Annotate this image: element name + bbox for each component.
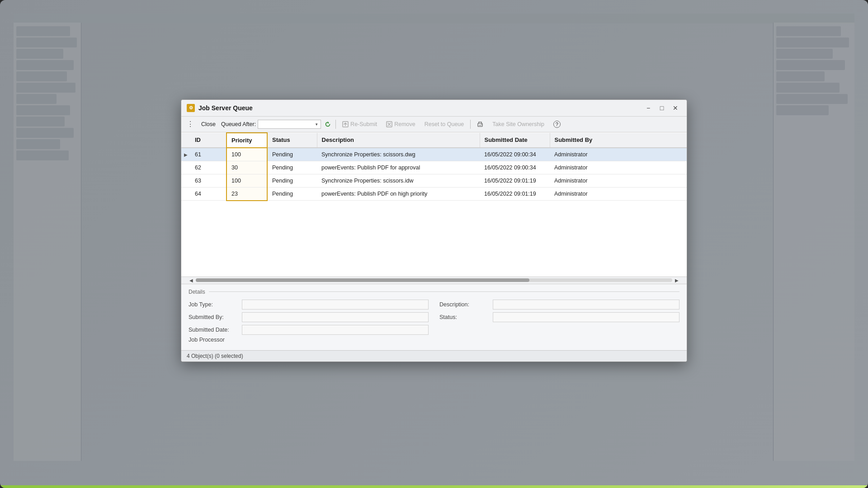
job-processor-label: Job Processor bbox=[189, 337, 238, 343]
details-right-col: Description: Status: bbox=[439, 300, 679, 343]
scroll-right-button[interactable]: ▶ bbox=[674, 278, 679, 283]
modal-overlay: ⚙ Job Server Queue − □ ✕ ⋮ bbox=[0, 0, 868, 488]
cell-submitted-date: 16/05/2022 09:00:34 bbox=[480, 148, 550, 161]
cell-id: 64 bbox=[190, 187, 226, 201]
remove-label: Remove bbox=[394, 121, 415, 127]
svg-rect-3 bbox=[479, 125, 481, 126]
col-status-header[interactable]: Status bbox=[267, 133, 317, 148]
refresh-button[interactable] bbox=[323, 119, 333, 129]
status-label: Status: bbox=[439, 314, 489, 320]
svg-point-4 bbox=[481, 124, 482, 125]
description-value bbox=[493, 300, 679, 310]
submitted-by-label: Submitted By: bbox=[189, 314, 238, 320]
cell-description: powerEvents: Publish PDF for approval bbox=[317, 161, 480, 174]
print-icon bbox=[477, 121, 483, 127]
job-server-queue-dialog: ⚙ Job Server Queue − □ ✕ ⋮ bbox=[181, 99, 687, 362]
toolbar-grip[interactable]: ⋮ bbox=[185, 119, 196, 129]
col-submitted-by-header[interactable]: Submitted By bbox=[550, 133, 687, 148]
resubmit-button[interactable]: Re-Submit bbox=[339, 119, 381, 129]
remove-icon bbox=[386, 121, 392, 127]
col-submitted-date-header[interactable]: Submitted Date bbox=[480, 133, 550, 148]
status-row: Status: bbox=[439, 312, 679, 322]
details-left-col: Job Type: Submitted By: Submitted Date: bbox=[189, 300, 429, 343]
submitted-date-row: Submitted Date: bbox=[189, 325, 429, 335]
row-arrow-cell: ▶ bbox=[181, 148, 190, 161]
cell-priority: 100 bbox=[226, 174, 267, 187]
table-row[interactable]: 6423PendingpowerEvents: Publish PDF on h… bbox=[181, 187, 687, 201]
take-ownership-button[interactable]: Take Site Ownership bbox=[489, 119, 548, 129]
table-row[interactable]: 6230PendingpowerEvents: Publish PDF for … bbox=[181, 161, 687, 174]
toolbar-sep-2 bbox=[470, 120, 471, 129]
remove-button[interactable]: Remove bbox=[382, 119, 419, 129]
queued-after-select-wrapper[interactable] bbox=[258, 120, 321, 129]
cell-priority: 30 bbox=[226, 161, 267, 174]
description-row: Description: bbox=[439, 300, 679, 310]
cell-submitted-by: Administrator bbox=[550, 161, 687, 174]
help-button[interactable]: ? bbox=[550, 119, 564, 130]
jobs-table: ID Priority Status Description bbox=[181, 132, 687, 201]
submitted-by-value bbox=[242, 312, 429, 322]
row-arrow-cell bbox=[181, 187, 190, 201]
submitted-by-row: Submitted By: bbox=[189, 312, 429, 322]
col-id-header[interactable]: ID bbox=[190, 133, 226, 148]
cell-description: Synchronize Properties: scissors.idw bbox=[317, 174, 480, 187]
row-arrow-cell bbox=[181, 161, 190, 174]
print-button[interactable] bbox=[473, 119, 487, 129]
help-icon-label: ? bbox=[553, 121, 561, 128]
job-processor-row: Job Processor bbox=[189, 337, 429, 343]
reset-label: Reset to Queue bbox=[425, 121, 464, 127]
dialog-icon: ⚙ bbox=[187, 104, 195, 112]
statusbar-text: 4 Object(s) (0 selected) bbox=[187, 353, 243, 359]
table-wrapper[interactable]: ID Priority Status Description bbox=[181, 132, 687, 201]
ownership-label: Take Site Ownership bbox=[492, 121, 544, 127]
horizontal-scrollbar[interactable]: ◀ ▶ bbox=[181, 277, 687, 284]
details-title: Details bbox=[189, 289, 679, 295]
scroll-left-button[interactable]: ◀ bbox=[189, 278, 194, 283]
cell-description: Synchronize Properties: scissors.dwg bbox=[317, 148, 480, 161]
cell-description: powerEvents: Publish PDF on high priorit… bbox=[317, 187, 480, 201]
cell-submitted-by: Administrator bbox=[550, 187, 687, 201]
submitted-date-value bbox=[242, 325, 429, 335]
resubmit-icon bbox=[342, 121, 349, 127]
job-type-label: Job Type: bbox=[189, 301, 238, 308]
window-controls: − □ ✕ bbox=[642, 103, 681, 113]
refresh-icon bbox=[325, 121, 331, 127]
minimize-button[interactable]: − bbox=[642, 103, 654, 113]
col-arrow-header bbox=[181, 133, 190, 148]
row-arrow-cell bbox=[181, 174, 190, 187]
queued-after-label: Queued After: bbox=[221, 121, 256, 127]
queued-after-group: Queued After: bbox=[221, 120, 321, 129]
cell-id: 61 bbox=[190, 148, 226, 161]
cell-id: 63 bbox=[190, 174, 226, 187]
details-section: Details Job Type: Submitted By: bbox=[181, 284, 687, 350]
col-description-header[interactable]: Description bbox=[317, 133, 480, 148]
job-type-row: Job Type: bbox=[189, 300, 429, 310]
dialog-statusbar: 4 Object(s) (0 selected) bbox=[181, 350, 687, 361]
col-priority-header[interactable]: Priority bbox=[226, 133, 267, 148]
details-grid: Job Type: Submitted By: Submitted Date: bbox=[189, 300, 679, 343]
table-row[interactable]: ▶61100PendingSynchronize Properties: sci… bbox=[181, 148, 687, 161]
reset-to-queue-button[interactable]: Reset to Queue bbox=[421, 119, 468, 129]
cell-status: Pending bbox=[267, 161, 317, 174]
table-area: ID Priority Status Description bbox=[181, 132, 687, 277]
cell-priority: 23 bbox=[226, 187, 267, 201]
dialog-titlebar: ⚙ Job Server Queue − □ ✕ bbox=[181, 100, 687, 117]
scroll-track[interactable] bbox=[196, 278, 672, 282]
dialog-title: Job Server Queue bbox=[198, 104, 639, 112]
cell-submitted-date: 16/05/2022 09:01:19 bbox=[480, 187, 550, 201]
cell-submitted-date: 16/05/2022 09:01:19 bbox=[480, 174, 550, 187]
cell-status: Pending bbox=[267, 187, 317, 201]
close-button[interactable]: Close bbox=[198, 119, 219, 129]
job-type-value bbox=[242, 300, 429, 310]
toolbar-sep-1 bbox=[335, 120, 336, 129]
resubmit-label: Re-Submit bbox=[350, 121, 377, 127]
close-window-button[interactable]: ✕ bbox=[670, 103, 681, 113]
cell-status: Pending bbox=[267, 174, 317, 187]
queued-after-select[interactable] bbox=[258, 120, 321, 129]
cell-submitted-by: Administrator bbox=[550, 148, 687, 161]
maximize-button[interactable]: □ bbox=[656, 103, 668, 113]
dialog-toolbar: ⋮ Close Queued After: bbox=[181, 117, 687, 132]
scroll-thumb[interactable] bbox=[196, 278, 529, 282]
selected-row-arrow: ▶ bbox=[184, 152, 188, 157]
table-row[interactable]: 63100PendingSynchronize Properties: scis… bbox=[181, 174, 687, 187]
